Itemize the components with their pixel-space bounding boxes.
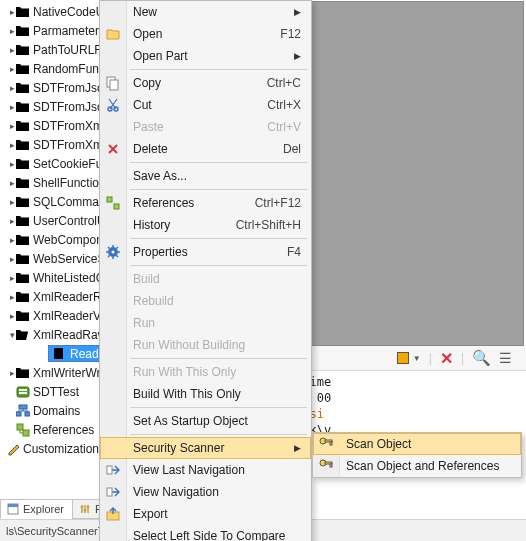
menu-label: Copy (133, 76, 267, 90)
tree-item-references[interactable]: References (0, 420, 99, 439)
menu-delete[interactable]: DeleteDel (100, 138, 311, 160)
tree-item-sdtfromxm[interactable]: ▸SDTFromXm (0, 135, 99, 154)
filter-dropdown[interactable] (397, 352, 409, 364)
svg-rect-6 (17, 424, 23, 430)
menu-view-last-navigation[interactable]: View Last Navigation (100, 459, 311, 481)
menu-label: History (133, 218, 236, 232)
folder-icon (15, 100, 30, 113)
shortcut: F12 (280, 27, 301, 41)
svg-rect-2 (19, 392, 27, 394)
shortcut: Del (283, 142, 301, 156)
context-menu: New▶OpenF12Open Part▶CopyCtrl+CCutCtrl+X… (99, 0, 312, 541)
tab-explorer[interactable]: Explorer (0, 499, 73, 519)
shortcut: F4 (287, 245, 301, 259)
tree-item-label: WebServiceS (33, 252, 100, 266)
tree-item-label: ReadRaw (70, 347, 100, 361)
tree-item-label: NativeCodeU (33, 5, 100, 19)
tab-label: Explorer (23, 503, 64, 515)
menu-label: Security Scanner (133, 441, 294, 455)
security-scanner-submenu: Scan ObjectScan Object and References (312, 432, 522, 478)
tree-item-label: SDTFromXm (33, 119, 100, 133)
references-icon (16, 423, 30, 437)
tree-item-xmlreaderr[interactable]: ▸XmlReaderR (0, 287, 99, 306)
tree-item-readraw[interactable]: ReadRaw (0, 344, 99, 363)
key-icon (318, 458, 334, 474)
folder-open-icon (15, 328, 30, 341)
file-icon (52, 347, 67, 360)
menu-references[interactable]: ReferencesCtrl+F12 (100, 192, 311, 214)
menu-copy[interactable]: CopyCtrl+C (100, 72, 311, 94)
folder-icon (15, 5, 30, 18)
explorer-icon (7, 503, 19, 515)
menu-label: Run (133, 316, 301, 330)
svg-rect-5 (25, 412, 30, 416)
tree-item-whitelistedc[interactable]: ▸WhiteListedC (0, 268, 99, 287)
menu-history[interactable]: HistoryCtrl+Shift+H (100, 214, 311, 236)
export-icon (105, 506, 121, 522)
search-icon[interactable]: 🔍 (472, 349, 491, 367)
tree-item-randomfunc[interactable]: ▸RandomFunc (0, 59, 99, 78)
menu-export[interactable]: Export (100, 503, 311, 525)
menu-label: Open (133, 27, 280, 41)
tree-item-xmlwriterwr[interactable]: ▸XmlWriterWr (0, 363, 99, 382)
tree-item-webservices[interactable]: ▸WebServiceS (0, 249, 99, 268)
tree-item-shellfunction[interactable]: ▸ShellFunction (0, 173, 99, 192)
folder-icon (15, 24, 30, 37)
tree-item-webcompon[interactable]: ▸WebCompon (0, 230, 99, 249)
tree-item-usercontrolu[interactable]: ▸UserControlU (0, 211, 99, 230)
chevron-down-icon[interactable]: ▼ (413, 354, 421, 363)
menu-rebuild: Rebuild (100, 290, 311, 312)
tree-item-setcookiefu[interactable]: ▸SetCookieFu (0, 154, 99, 173)
tree-item-pathtourlf[interactable]: ▸PathToURLF (0, 40, 99, 59)
menu-select-left-side-to-compare[interactable]: Select Left Side To Compare (100, 525, 311, 541)
tree-item-parmameters[interactable]: ▸Parmameters (0, 21, 99, 40)
shortcut: Ctrl+Shift+H (236, 218, 301, 232)
menu-view-navigation[interactable]: View Navigation (100, 481, 311, 503)
divider: | (429, 351, 432, 365)
menu-run-without-building: Run Without Building (100, 334, 311, 356)
menu-cut[interactable]: CutCtrl+X (100, 94, 311, 116)
menu-save-as-[interactable]: Save As... (100, 165, 311, 187)
tree-item-label: Parmameters (33, 24, 100, 38)
tree-item-nativecodeu[interactable]: ▸NativeCodeU (0, 2, 99, 21)
props-icon (105, 244, 121, 260)
tree-item-sdtfromjso[interactable]: ▸SDTFromJso (0, 97, 99, 116)
shortcut: Ctrl+F12 (255, 196, 301, 210)
tree-item-sdttest[interactable]: SDTTest (0, 382, 99, 401)
tree-item-sdtfromxm[interactable]: ▸SDTFromXm (0, 116, 99, 135)
folder-icon (15, 81, 30, 94)
clear-icon[interactable]: ✕ (440, 349, 453, 368)
tree-item-label: Domains (33, 404, 80, 418)
tree-item-sqlcomman[interactable]: ▸SQLComman (0, 192, 99, 211)
tree-item-domains[interactable]: Domains (0, 401, 99, 420)
menu-properties[interactable]: PropertiesF4 (100, 241, 311, 263)
menu-open[interactable]: OpenF12 (100, 23, 311, 45)
menu-new[interactable]: New▶ (100, 1, 311, 23)
submenu-arrow-icon: ▶ (294, 7, 301, 17)
tree-item-label: SetCookieFu (33, 157, 100, 171)
folder-icon (15, 366, 30, 379)
svg-point-11 (83, 509, 86, 512)
tree-item-xmlreaderv[interactable]: ▸XmlReaderV (0, 306, 99, 325)
svg-rect-22 (107, 488, 112, 496)
svg-rect-17 (107, 197, 112, 202)
menu-open-part[interactable]: Open Part▶ (100, 45, 311, 67)
divider: | (461, 351, 464, 365)
folder-icon (15, 271, 30, 284)
submenu-scan-object-and-references[interactable]: Scan Object and References (313, 455, 521, 477)
wrap-icon[interactable]: ☰ (499, 350, 512, 366)
tree-item-sdtfromjso[interactable]: ▸SDTFromJso (0, 78, 99, 97)
submenu-scan-object[interactable]: Scan Object (313, 433, 521, 455)
open-icon (105, 26, 121, 42)
tree-item-label: WhiteListedC (33, 271, 100, 285)
menu-set-as-startup-object[interactable]: Set As Startup Object (100, 410, 311, 432)
folder-icon (15, 119, 30, 132)
menu-security-scanner[interactable]: Security Scanner▶ (100, 437, 311, 459)
menu-build-with-this-only[interactable]: Build With This Only (100, 383, 311, 405)
refs-icon (105, 195, 121, 211)
menu-label: Run Without Building (133, 338, 301, 352)
tree-item-customization[interactable]: Customization (0, 439, 99, 458)
tree-item-label: XmlReaderV (33, 309, 100, 323)
menu-label: Save As... (133, 169, 301, 183)
tree-item-xmlreadraw[interactable]: ▾XmlReadRaw (0, 325, 99, 344)
